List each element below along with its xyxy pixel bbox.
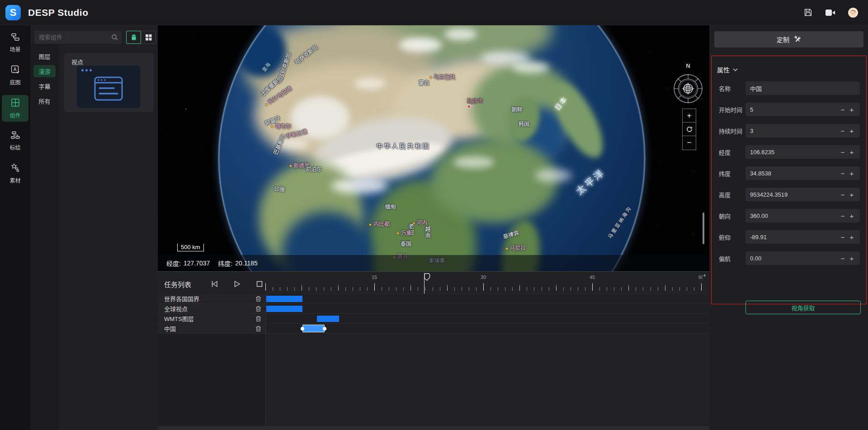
property-value: 中国	[750, 84, 856, 93]
customize-label: 定制	[777, 35, 789, 44]
zoom-control: + −	[682, 109, 696, 150]
increment-button[interactable]: +	[847, 148, 856, 156]
property-input[interactable]: 0.00−+	[745, 251, 860, 265]
playhead-handle[interactable]	[424, 273, 430, 283]
ruler-label: 45	[590, 274, 595, 280]
property-input[interactable]: 中国	[745, 81, 860, 95]
compass-control[interactable]: N	[666, 61, 709, 113]
nav-item-scene[interactable]: 场景	[2, 30, 28, 56]
properties-panel: 定制 属性 名称中国开始时间5−+持续时间3−+经度106.6235−+纬度34…	[709, 25, 868, 430]
increment-button[interactable]: +	[847, 233, 856, 241]
map-label: 泰国	[401, 239, 411, 247]
track-lane[interactable]	[265, 294, 709, 304]
viewpoint-component-thumbnail[interactable]	[77, 66, 140, 108]
ruler-labels: 15304560	[265, 274, 703, 281]
grid-view-button[interactable]	[141, 31, 156, 43]
nav-item-plot[interactable]: 标绘	[2, 128, 28, 154]
chevron-down-icon	[733, 68, 738, 71]
plot-icon	[10, 131, 20, 141]
decrement-button[interactable]: −	[838, 212, 847, 220]
property-input[interactable]: 9534224.3519−+	[745, 188, 860, 201]
property-value: 9534224.3519	[750, 191, 838, 198]
track-lane[interactable]	[265, 324, 709, 334]
timeline-ruler[interactable]: 15304560	[265, 272, 709, 293]
track-lane[interactable]	[265, 314, 709, 324]
tab-layers[interactable]: 图层	[33, 50, 56, 62]
compass-n-label: N	[686, 62, 690, 69]
stop-icon[interactable]	[255, 279, 264, 288]
map-label: 尼泊尔	[306, 165, 322, 172]
map-scrollbar-thumb[interactable]	[703, 213, 704, 244]
get-view-button[interactable]: 视角获取	[745, 301, 861, 314]
playback-controls	[210, 279, 264, 288]
play-icon[interactable]	[232, 279, 241, 288]
timeline-lane-background	[265, 334, 709, 426]
track-name-cell[interactable]: 全球视点	[158, 304, 265, 314]
timeline-clip-selected[interactable]	[302, 325, 324, 332]
globe-viewport[interactable]: 哈萨克斯坦乌兹别克斯坦土库曼斯坦阿什哈巴德里海乌兰巴托蒙古北京市★朝鲜韩国日本中…	[158, 25, 709, 271]
delete-track-button[interactable]	[255, 296, 261, 302]
property-row: 偏航0.00−+	[712, 251, 866, 265]
nav-item-components[interactable]: 组件	[2, 95, 28, 122]
increment-button[interactable]: +	[847, 191, 856, 198]
delete-track-button[interactable]	[255, 306, 261, 312]
timeline-clip[interactable]	[317, 316, 339, 322]
increment-button[interactable]: +	[847, 255, 856, 262]
decrement-button[interactable]: −	[838, 127, 847, 135]
zoom-out-button[interactable]: −	[683, 136, 696, 150]
city-dot-marker	[271, 126, 274, 128]
increment-button[interactable]: +	[847, 127, 856, 135]
map-label: 巴基斯坦	[271, 133, 287, 156]
track-lane[interactable]	[265, 304, 709, 314]
skip-start-icon[interactable]	[210, 279, 219, 288]
timeline-clip[interactable]	[266, 306, 302, 312]
properties-section-header[interactable]: 属性	[717, 65, 738, 74]
decrement-button[interactable]: −	[838, 106, 847, 113]
timeline-clip[interactable]	[266, 296, 302, 302]
reset-view-button[interactable]	[683, 123, 696, 136]
tab-subtitle[interactable]: 字幕	[33, 80, 56, 92]
video-icon[interactable]	[826, 8, 835, 18]
nav-item-basemap[interactable]: A 底图	[2, 62, 28, 89]
decrement-button[interactable]: −	[838, 255, 847, 262]
track-name-cell[interactable]: 中国	[158, 324, 265, 334]
increment-button[interactable]: +	[847, 106, 856, 113]
ruler-label: 30	[481, 274, 486, 280]
search-input[interactable]	[34, 31, 122, 44]
tab-all[interactable]: 所有	[33, 95, 56, 107]
property-input[interactable]: -89.91−+	[745, 230, 860, 244]
property-row: 持续时间3−+	[712, 124, 866, 137]
zoom-in-button[interactable]: +	[683, 109, 696, 123]
decrement-button[interactable]: −	[838, 170, 847, 177]
track-name-cell[interactable]: 世界各国国界	[158, 294, 265, 304]
customize-button[interactable]: 定制	[714, 31, 863, 47]
save-icon[interactable]	[803, 8, 813, 18]
decrement-button[interactable]: −	[838, 191, 847, 198]
property-row: 纬度34.8538−+	[712, 166, 866, 180]
box-view-button[interactable]	[126, 31, 141, 44]
increment-button[interactable]: +	[847, 170, 856, 177]
task-list-title: 任务列表	[164, 279, 191, 289]
property-input[interactable]: 3−+	[745, 124, 860, 137]
decrement-button[interactable]: −	[838, 148, 847, 156]
track-name-cell[interactable]: WMTS图层	[158, 314, 265, 324]
map-label: 蒙古	[419, 79, 429, 86]
city-dot-marker	[369, 223, 372, 226]
tools-icon	[794, 36, 801, 43]
tab-roam[interactable]: 漫游	[33, 65, 56, 77]
timeline-left-gutter	[158, 334, 265, 426]
delete-track-button[interactable]	[255, 316, 261, 322]
property-input[interactable]: 34.8538−+	[745, 166, 860, 180]
property-row: 高度9534224.3519−+	[712, 188, 866, 201]
lon-value: 127.7037	[184, 260, 210, 267]
delete-track-button[interactable]	[255, 326, 261, 332]
timeline-hscrollbar[interactable]	[158, 426, 709, 430]
property-input[interactable]: 360.00−+	[745, 209, 860, 222]
avatar[interactable]	[848, 8, 858, 18]
increment-button[interactable]: +	[847, 212, 856, 220]
decrement-button[interactable]: −	[838, 233, 847, 241]
nav-item-material[interactable]: 素材	[2, 160, 28, 187]
property-input[interactable]: 106.6235−+	[745, 145, 860, 159]
property-input[interactable]: 5−+	[745, 103, 860, 116]
map-label: 喀布尔	[271, 122, 292, 129]
